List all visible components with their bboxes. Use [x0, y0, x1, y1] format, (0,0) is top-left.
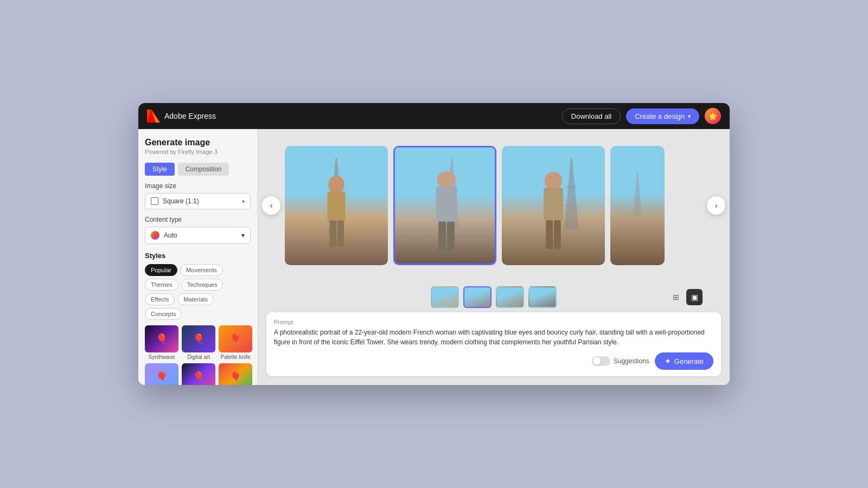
grid-view-button[interactable]: ⊞ — [668, 289, 684, 305]
style-item-layered-paper[interactable]: Layered paper — [145, 363, 178, 385]
sidebar-title: Generate image — [145, 138, 251, 147]
header-logo: Adobe Express — [147, 110, 216, 123]
style-thumb-synthwave — [145, 325, 178, 352]
auto-icon — [151, 231, 159, 240]
svg-point-14 — [437, 171, 456, 189]
style-thumb-chaotic — [219, 363, 252, 385]
svg-rect-8 — [328, 191, 346, 223]
tab-composition[interactable]: Composition — [178, 163, 229, 176]
carousel-prev-button[interactable]: ‹ — [262, 196, 280, 215]
adobe-logo-icon — [147, 110, 160, 123]
single-view-button[interactable]: ▣ — [686, 289, 703, 305]
suggestions-label: Suggestions — [614, 357, 649, 365]
view-toggle: ⊞ ▣ — [668, 289, 703, 305]
content-type-label: Content type — [145, 216, 251, 223]
svg-rect-15 — [436, 187, 457, 222]
svg-marker-25 — [633, 172, 642, 215]
thumbnail-2[interactable] — [463, 286, 492, 308]
style-composition-tabs: Style Composition — [145, 163, 251, 176]
thumbnail-3[interactable] — [496, 286, 524, 308]
svg-point-21 — [545, 172, 563, 190]
style-thumb-layered-paper — [145, 363, 178, 385]
chevron-down-icon: ▾ — [242, 198, 245, 204]
style-name-digital-art: Digital art — [187, 354, 210, 360]
svg-rect-10 — [337, 221, 344, 248]
main-content: Generate image Powered by Firefly Image … — [138, 129, 730, 385]
svg-rect-16 — [438, 221, 446, 252]
style-name-palette-knife: Palette knife — [220, 354, 250, 360]
suggestions-toggle-switch[interactable] — [592, 356, 610, 366]
prompt-actions: Suggestions ✦ Generate — [274, 352, 713, 370]
image-size-dropdown[interactable]: Square (1:1) ▾ — [145, 193, 251, 209]
toggle-knob — [593, 357, 601, 365]
style-item-chaotic[interactable]: Chaotic — [219, 363, 252, 385]
download-all-button[interactable]: Download all — [562, 108, 621, 124]
svg-rect-22 — [544, 188, 563, 222]
avatar[interactable]: 🌟 — [705, 108, 721, 124]
style-item-synthwave[interactable]: Synthwave — [145, 325, 178, 360]
chip-themes[interactable]: Themes — [145, 279, 178, 291]
app-window: Adobe Express Download all Create a desi… — [138, 103, 730, 385]
header-actions: Download all Create a design ▾ 🌟 — [562, 108, 721, 124]
image-card-4[interactable] — [610, 146, 665, 265]
thumbnail-strip: ⊞ ▣ — [258, 282, 730, 312]
image-carousel-area: ‹ — [258, 129, 730, 282]
style-item-neon[interactable]: Neon — [182, 363, 215, 385]
carousel-next-button[interactable]: › — [707, 196, 725, 215]
app-title: Adobe Express — [164, 112, 216, 120]
generate-button[interactable]: ✦ Generate — [655, 352, 713, 370]
thumbnail-1[interactable] — [431, 286, 459, 308]
header: Adobe Express Download all Create a desi… — [138, 103, 730, 129]
sidebar-subtitle: Powered by Firefly Image 3 — [145, 149, 251, 155]
style-grid: Synthwave Digital art Palette knife Laye… — [145, 325, 251, 385]
style-thumb-digital-art — [182, 325, 215, 352]
svg-point-7 — [328, 176, 344, 194]
image-size-label: Image size — [145, 182, 251, 190]
svg-rect-9 — [330, 221, 336, 248]
prompt-text[interactable]: A photorealistic portrait of a 22-year-o… — [274, 328, 713, 347]
prompt-label: Prompt — [274, 319, 713, 325]
chip-movements[interactable]: Movements — [180, 264, 223, 276]
content-type-dropdown[interactable]: Auto ▾ — [145, 227, 251, 244]
sidebar: Generate image Powered by Firefly Image … — [138, 129, 258, 385]
style-thumb-neon — [182, 363, 215, 385]
square-icon — [151, 197, 158, 205]
chevron-down-icon: ▾ — [241, 232, 245, 239]
image-card-1[interactable] — [285, 146, 388, 265]
svg-rect-24 — [554, 221, 561, 249]
chip-effects[interactable]: Effects — [145, 293, 175, 305]
svg-rect-17 — [447, 221, 455, 252]
style-chips: Popular Movements Themes Techniques Effe… — [145, 264, 251, 320]
create-design-button[interactable]: Create a design ▾ — [626, 108, 699, 124]
chip-concepts[interactable]: Concepts — [145, 308, 182, 320]
prompt-area: Prompt A photorealistic portrait of a 22… — [266, 312, 721, 376]
style-thumb-palette-knife — [219, 325, 252, 352]
generate-icon: ✦ — [665, 357, 671, 365]
image-card-2[interactable] — [393, 146, 496, 265]
chip-materials[interactable]: Materials — [177, 293, 214, 305]
chip-popular[interactable]: Popular — [145, 264, 177, 276]
style-name-synthwave: Synthwave — [149, 354, 175, 360]
tab-style[interactable]: Style — [145, 163, 175, 176]
thumbnail-4[interactable] — [528, 286, 557, 308]
images-row — [258, 138, 692, 273]
style-item-palette-knife[interactable]: Palette knife — [219, 325, 252, 360]
image-card-3[interactable] — [502, 146, 605, 265]
suggestions-toggle: Suggestions — [592, 356, 649, 366]
chip-techniques[interactable]: Techniques — [181, 279, 224, 291]
svg-rect-23 — [546, 221, 553, 249]
style-item-digital-art[interactable]: Digital art — [182, 325, 215, 360]
right-panel: ‹ — [258, 129, 730, 385]
styles-label: Styles — [145, 252, 251, 260]
chevron-down-icon: ▾ — [688, 113, 691, 119]
